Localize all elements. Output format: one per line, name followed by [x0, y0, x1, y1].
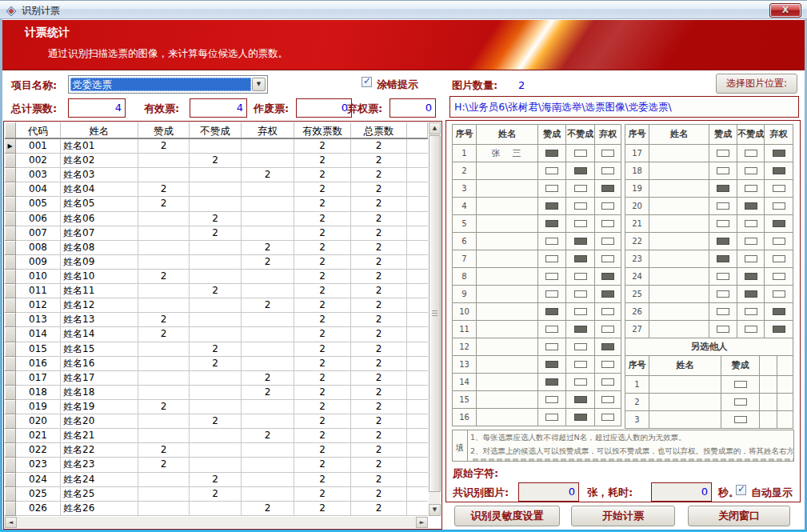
table-row[interactable]: 021姓名21222	[5, 429, 428, 443]
table-row[interactable]: 007姓名07222	[5, 226, 428, 241]
row-selector[interactable]: ▶	[5, 139, 16, 154]
row-selector[interactable]	[5, 270, 16, 284]
ballot-table-right: 序号姓名赞成不赞成弃权1718192021222324252627另选他人序号姓…	[625, 124, 793, 429]
elapsed-time-field[interactable]: 0	[651, 482, 712, 502]
table-row[interactable]: 008姓名08222	[5, 241, 428, 255]
start-counting-button[interactable]: 开始计票	[571, 506, 675, 526]
cell: 2	[190, 487, 242, 502]
abstain-votes-field[interactable]: 0	[390, 98, 436, 118]
row-selector[interactable]	[5, 241, 16, 255]
table-row[interactable]: 024姓名24222	[5, 473, 428, 487]
cell: 2	[294, 154, 351, 168]
total-votes-field[interactable]: 4	[68, 98, 126, 118]
scroll-left-icon[interactable]: ◄	[5, 517, 17, 528]
scroll-down-icon[interactable]: ▼	[429, 504, 441, 516]
cell	[407, 270, 428, 284]
row-selector[interactable]	[5, 197, 16, 211]
invalid-votes-field[interactable]: 0	[296, 98, 352, 118]
table-row[interactable]: ▶001姓名01222	[5, 139, 428, 154]
row-selector[interactable]	[5, 327, 16, 342]
checkmark-icon: ✓	[363, 75, 371, 86]
scroll-up-icon[interactable]: ▲	[429, 122, 441, 134]
row-selector[interactable]	[5, 154, 16, 168]
row-selector[interactable]	[5, 284, 16, 298]
cell	[407, 139, 428, 154]
table-row[interactable]: 013姓名13222	[5, 313, 428, 327]
table-row[interactable]: 005姓名05222	[5, 197, 428, 211]
table-row[interactable]: 020姓名20222	[5, 414, 428, 429]
project-select[interactable]: 党委选票 ▼	[68, 75, 268, 94]
row-selector[interactable]	[5, 212, 16, 226]
row-selector[interactable]	[5, 458, 16, 472]
table-row[interactable]: 014姓名14222	[5, 327, 428, 342]
table-row[interactable]: 006姓名06222	[5, 212, 428, 226]
table-row[interactable]: 023姓名23222	[5, 458, 428, 472]
row-selector[interactable]	[5, 298, 16, 313]
ballot-header-cell: 弃权	[765, 125, 793, 145]
table-row[interactable]: 002姓名02222	[5, 154, 428, 168]
vertical-scrollbar-thumb[interactable]	[429, 135, 441, 492]
chevron-down-icon[interactable]: ▼	[252, 78, 266, 91]
table-row[interactable]: 016姓名16222	[5, 357, 428, 371]
row-selector[interactable]	[5, 182, 16, 197]
recognized-images-field[interactable]: 0	[518, 482, 579, 502]
cell: 2	[351, 255, 407, 270]
valid-votes-field[interactable]: 4	[190, 98, 247, 118]
ballot-seq: 16	[453, 409, 477, 426]
table-row[interactable]: 025姓名25222	[5, 487, 428, 502]
vertical-scrollbar[interactable]: ▲ ▼	[429, 122, 441, 516]
horizontal-scrollbar[interactable]: ◄ ►	[5, 517, 428, 528]
row-selector[interactable]	[5, 357, 16, 371]
cell: 姓名14	[61, 327, 138, 342]
row-selector[interactable]	[5, 487, 16, 502]
row-selector[interactable]	[5, 473, 16, 487]
row-selector[interactable]	[5, 313, 16, 327]
ballot-row: 5	[453, 215, 621, 233]
cell	[407, 212, 428, 226]
row-selector[interactable]	[5, 502, 16, 516]
image-path-field[interactable]: H:\业务员6\张树君\海南选举\选票图像\党委选票\	[449, 96, 799, 118]
row-selector[interactable]	[5, 414, 16, 429]
ballot-row: 16	[453, 409, 621, 426]
select-image-location-button[interactable]: 选择图片位置:	[716, 74, 797, 94]
ballot-header-cell: 姓名	[477, 125, 538, 145]
table-row[interactable]: 026姓名26222	[5, 502, 428, 516]
row-selector[interactable]	[5, 443, 16, 458]
cell: 023	[16, 458, 61, 472]
row-selector[interactable]	[5, 429, 16, 443]
row-selector[interactable]	[5, 226, 16, 241]
ballot-checkbox-empty	[601, 220, 614, 227]
row-selector[interactable]	[5, 400, 16, 414]
ballot-checkbox-empty	[745, 255, 757, 262]
table-row[interactable]: 017姓名17222	[5, 371, 428, 386]
row-selector[interactable]	[5, 371, 16, 386]
ballot-header-row: 序号姓名赞成不赞成弃权	[453, 125, 621, 145]
ballot-mark-cell	[595, 374, 621, 391]
table-row[interactable]: 011姓名11222	[5, 284, 428, 298]
table-row[interactable]: 010姓名10222	[5, 270, 428, 284]
smudge-hint-checkbox[interactable]: ✓	[362, 77, 372, 87]
table-row[interactable]: 022姓名22222	[5, 443, 428, 458]
auto-display-checkbox[interactable]: ✓	[736, 485, 746, 495]
table-row[interactable]: 018姓名18222	[5, 386, 428, 400]
table-row[interactable]: 012姓名12222	[5, 298, 428, 313]
close-window-button[interactable]: 关闭窗口	[688, 506, 790, 526]
row-selector[interactable]	[5, 255, 16, 270]
row-selector[interactable]	[5, 342, 16, 357]
cell: 004	[16, 182, 61, 197]
table-row[interactable]: 015姓名15222	[5, 342, 428, 357]
ballot-checkbox-filled	[773, 150, 785, 157]
scroll-right-icon[interactable]: ►	[416, 517, 428, 528]
table-row[interactable]: 003姓名03222	[5, 168, 428, 182]
row-selector[interactable]	[5, 386, 16, 400]
cell: 014	[16, 327, 61, 342]
table-row[interactable]: 019姓名19222	[5, 400, 428, 414]
cell	[407, 473, 428, 487]
column-header: 有效票数	[294, 122, 351, 138]
table-row[interactable]: 009姓名09222	[5, 255, 428, 270]
ballot-seq: 17	[625, 145, 649, 162]
table-row[interactable]: 004姓名04222	[5, 182, 428, 197]
close-window-icon[interactable]: X	[769, 3, 801, 18]
row-selector[interactable]	[5, 168, 16, 182]
sensitivity-settings-button[interactable]: 识别灵敏度设置	[454, 506, 560, 526]
